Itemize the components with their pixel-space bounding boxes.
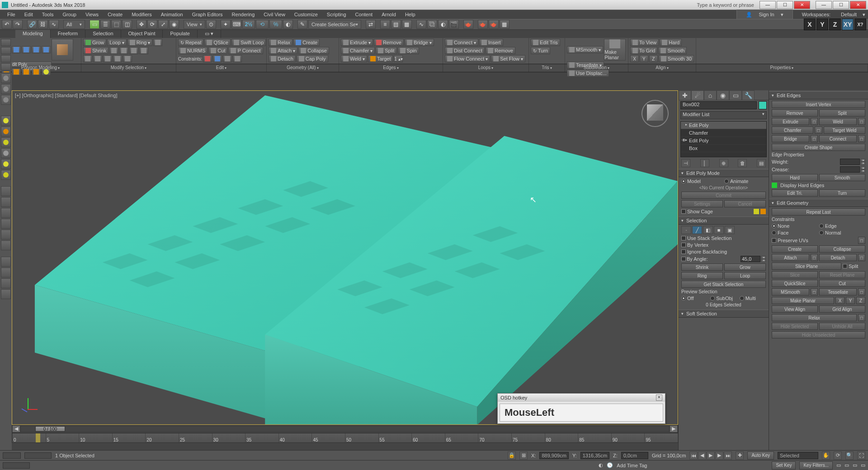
ignoreback-check[interactable]: Ignore Backfacing bbox=[681, 249, 766, 254]
flowconnect-button[interactable]: Flow Connect ▾ bbox=[445, 55, 490, 62]
nav-zoom[interactable]: 🔍 bbox=[845, 451, 854, 460]
align-x[interactable]: X bbox=[630, 55, 639, 62]
object-color-swatch[interactable] bbox=[759, 101, 767, 109]
extrude2-button[interactable]: Extrude bbox=[772, 118, 809, 125]
lb-yellow3[interactable] bbox=[1, 159, 11, 169]
quickslice-button[interactable]: QuickSlice bbox=[772, 280, 818, 287]
prompt-line[interactable] bbox=[3, 462, 30, 469]
select-object-button[interactable]: ▭ bbox=[90, 20, 99, 29]
cut-button[interactable]: Cut bbox=[208, 47, 227, 54]
material-editor-button[interactable]: ◐ bbox=[438, 20, 448, 29]
nurms-button[interactable]: NURMS bbox=[178, 47, 208, 54]
bind-button[interactable]: ∿ bbox=[49, 20, 59, 29]
subobj-poly-button[interactable] bbox=[32, 46, 41, 53]
rtitle-loops[interactable]: Loops bbox=[443, 64, 529, 72]
rollout-softsel[interactable]: Soft Selection bbox=[679, 310, 769, 318]
lb-f[interactable] bbox=[1, 240, 11, 250]
y-field[interactable]: 1316,35cm bbox=[580, 452, 609, 459]
create2-button[interactable]: Create bbox=[772, 245, 818, 253]
unhideall-button[interactable]: Unhide All bbox=[819, 323, 865, 330]
rtitle-align[interactable]: Align bbox=[628, 64, 696, 72]
ms-c[interactable] bbox=[119, 47, 128, 54]
rtitle-tris[interactable]: Tris bbox=[529, 64, 565, 72]
unlink-button[interactable]: ⛓ bbox=[38, 20, 48, 29]
cp-tab-utilities[interactable]: 🔧 bbox=[742, 90, 755, 100]
align-y[interactable]: Y bbox=[640, 55, 648, 62]
ribbon-tab-freeform[interactable]: Freeform bbox=[51, 30, 86, 38]
curve-editor-button[interactable]: ∿ bbox=[416, 20, 426, 29]
cappoly-button[interactable]: Cap Poly bbox=[297, 55, 328, 62]
selection-set-button[interactable]: ✎ bbox=[297, 20, 307, 29]
edittri2-button[interactable]: Edit Tri. bbox=[772, 189, 818, 197]
c-none-radio[interactable]: None bbox=[772, 223, 818, 229]
displayhard-check[interactable]: Display Hard Edges bbox=[772, 183, 865, 188]
spin-edge-button[interactable]: Spin bbox=[398, 47, 419, 54]
ribbon-tab-populate[interactable]: Populate bbox=[163, 30, 197, 38]
byangle-spinner[interactable]: By Angle: 45,0 ▴▾ bbox=[681, 256, 766, 262]
select-window-button[interactable]: ◫ bbox=[122, 20, 132, 29]
lb-e[interactable] bbox=[1, 230, 11, 240]
viewcube[interactable] bbox=[642, 100, 669, 127]
viewport[interactable]: [+] [Orthographic] [Standard] [Default S… bbox=[12, 90, 678, 425]
stack-show-button[interactable]: │ bbox=[700, 159, 709, 167]
swiftloop-button[interactable]: Swift Loop bbox=[231, 39, 266, 46]
grow-button[interactable]: Grow bbox=[83, 39, 106, 46]
nav-max[interactable]: ⛶ bbox=[857, 451, 865, 460]
cp-tab-display[interactable]: ▭ bbox=[729, 90, 742, 100]
app-minimize-button[interactable] bbox=[816, 1, 832, 9]
modifier-list-dropdown[interactable]: Modifier List bbox=[680, 111, 767, 119]
turn2-button[interactable]: Turn bbox=[819, 189, 865, 197]
shrink-button[interactable]: Shrink bbox=[83, 47, 108, 54]
c-normal-radio[interactable]: Normal bbox=[819, 230, 865, 235]
ms-j[interactable] bbox=[123, 55, 132, 62]
time-thumb[interactable]: 0 / 100 bbox=[35, 426, 65, 432]
play-button[interactable]: ▶ bbox=[707, 451, 715, 460]
manipulate-button[interactable]: ✦ bbox=[221, 20, 231, 29]
menu-help[interactable]: Help bbox=[401, 11, 420, 18]
ms-a[interactable] bbox=[153, 39, 162, 46]
help-search-hint[interactable]: Type a keyword or phrase bbox=[697, 2, 754, 8]
resetplane-button[interactable]: Reset Plane bbox=[819, 271, 865, 278]
menu-edit[interactable]: Edit bbox=[20, 11, 38, 18]
lb-yellow[interactable] bbox=[1, 116, 11, 126]
target-edge-button[interactable]: Target bbox=[368, 55, 393, 62]
selection-filter-dropdown[interactable]: All bbox=[63, 20, 85, 29]
chamfer-edge-button[interactable]: Chamfer ▾ bbox=[341, 47, 375, 54]
autokey-button[interactable]: Auto Key bbox=[747, 451, 774, 460]
bridge2-button[interactable]: Bridge bbox=[772, 135, 809, 142]
window-close-button[interactable] bbox=[794, 1, 810, 9]
redo-button[interactable]: ↷ bbox=[13, 20, 23, 29]
ms-e[interactable] bbox=[139, 47, 148, 54]
key-button[interactable]: ✚ bbox=[736, 451, 744, 460]
weld2-button[interactable]: Weld bbox=[819, 118, 857, 125]
weight-spinner[interactable]: Weight:▴▾ bbox=[772, 159, 865, 165]
cut2-button[interactable]: Cut bbox=[819, 280, 865, 287]
keyboard-button[interactable]: ⌨ bbox=[231, 20, 241, 29]
lb-yellow4[interactable] bbox=[1, 170, 11, 180]
render-setup-button[interactable]: 🎬 bbox=[449, 20, 459, 29]
goto-start-button[interactable]: ⏮ bbox=[689, 451, 698, 460]
axis-x-button[interactable]: X bbox=[804, 19, 816, 30]
modifier-stack[interactable]: ▸Edit Poly Chamfer 👁▸Edit Poly Box bbox=[680, 121, 767, 157]
stack-delete-button[interactable]: 🗑 bbox=[738, 159, 747, 167]
makeplanar-button[interactable]: Make Planar bbox=[772, 297, 834, 304]
repeatlast-button[interactable]: Repeat Last bbox=[772, 208, 865, 216]
osd-close-button[interactable]: ✕ bbox=[656, 395, 662, 401]
app-close-button[interactable] bbox=[850, 1, 866, 9]
makeplanar-big[interactable]: Make Planar bbox=[604, 39, 626, 61]
addtimetag-label[interactable]: Add Time Tag bbox=[617, 463, 647, 468]
relax-geom-button[interactable]: Relax bbox=[269, 39, 292, 46]
x-field[interactable]: 889,909cm bbox=[539, 452, 568, 459]
lb-yellow2[interactable] bbox=[1, 137, 11, 147]
shrink-sel-button[interactable]: Shrink bbox=[681, 263, 723, 271]
refcoord-dropdown[interactable]: View bbox=[184, 20, 205, 29]
nav-4[interactable]: ▭ bbox=[861, 462, 865, 468]
split2-button[interactable]: Split bbox=[819, 109, 865, 117]
msmooth2-button[interactable]: MSmooth bbox=[772, 288, 809, 296]
lb-d[interactable] bbox=[1, 219, 11, 229]
slice-button[interactable]: Slice bbox=[772, 271, 818, 278]
rtitle-polymodeling[interactable]: Polygon Modeling bbox=[0, 64, 81, 72]
setflow-button[interactable]: Set Flow ▾ bbox=[491, 55, 525, 62]
ribbon-tab-modeling[interactable]: Modeling bbox=[15, 30, 51, 38]
connect2-button[interactable]: Connect bbox=[819, 135, 857, 142]
